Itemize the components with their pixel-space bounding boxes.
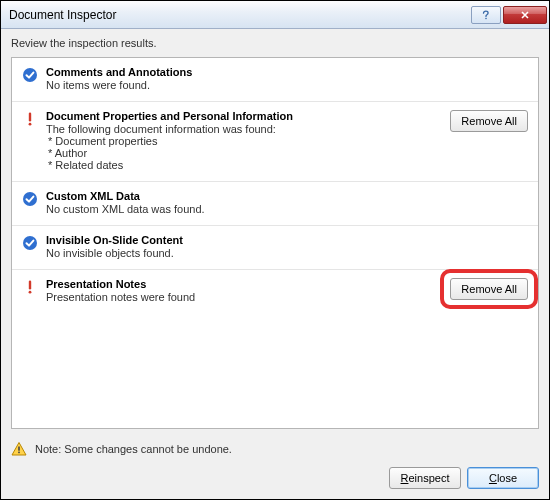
svg-rect-8 — [18, 447, 20, 451]
section-body: Comments and AnnotationsNo items were fo… — [46, 66, 528, 91]
result-section: Presentation NotesPresentation notes wer… — [12, 270, 538, 313]
svg-point-7 — [29, 291, 32, 294]
instruction-text: Review the inspection results. — [1, 29, 549, 53]
close-button[interactable]: Close — [467, 467, 539, 489]
exclamation-icon — [22, 279, 38, 295]
section-detail: * Author — [46, 147, 440, 159]
section-description: The following document information was f… — [46, 123, 440, 135]
results-list: Comments and AnnotationsNo items were fo… — [11, 57, 539, 429]
dialog-footer: Note: Some changes cannot be undone. Rei… — [1, 435, 549, 499]
svg-rect-9 — [18, 452, 20, 454]
help-icon — [481, 10, 491, 20]
document-inspector-dialog: Document Inspector Review the inspection… — [0, 0, 550, 500]
result-section: Custom XML DataNo custom XML data was fo… — [12, 182, 538, 226]
section-body: Document Properties and Personal Informa… — [46, 110, 440, 171]
check-circle-icon — [22, 67, 38, 83]
status-ok-icon — [22, 191, 38, 207]
result-section: Comments and AnnotationsNo items were fo… — [12, 58, 538, 102]
reinspect-label-rest: einspect — [408, 472, 449, 484]
result-section: Document Properties and Personal Informa… — [12, 102, 538, 182]
svg-rect-6 — [29, 281, 31, 290]
result-section: Invisible On-Slide ContentNo invisible o… — [12, 226, 538, 270]
section-title: Presentation Notes — [46, 278, 440, 290]
check-circle-icon — [22, 235, 38, 251]
titlebar: Document Inspector — [1, 1, 549, 29]
section-action: Remove All — [450, 278, 528, 300]
exclamation-icon — [22, 111, 38, 127]
section-title: Custom XML Data — [46, 190, 528, 202]
section-action: Remove All — [450, 110, 528, 132]
window-close-button[interactable] — [503, 6, 547, 24]
window-title: Document Inspector — [9, 8, 469, 22]
status-warning-icon — [22, 111, 38, 127]
section-body: Presentation NotesPresentation notes wer… — [46, 278, 440, 303]
svg-point-0 — [485, 17, 487, 19]
section-body: Custom XML DataNo custom XML data was fo… — [46, 190, 528, 215]
section-description: No items were found. — [46, 79, 528, 91]
check-circle-icon — [22, 191, 38, 207]
section-detail: * Related dates — [46, 159, 440, 171]
reinspect-button[interactable]: Reinspect — [389, 467, 461, 489]
svg-rect-2 — [29, 113, 31, 122]
footer-note: Note: Some changes cannot be undone. — [11, 441, 539, 457]
close-icon — [520, 10, 530, 20]
section-title: Comments and Annotations — [46, 66, 528, 78]
section-detail: * Document properties — [46, 135, 440, 147]
status-ok-icon — [22, 67, 38, 83]
status-warning-icon — [22, 279, 38, 295]
section-description: Presentation notes were found — [46, 291, 440, 303]
footer-note-text: Note: Some changes cannot be undone. — [35, 443, 232, 455]
footer-buttons: Reinspect Close — [11, 467, 539, 489]
close-label-rest: lose — [497, 472, 517, 484]
section-description: No custom XML data was found. — [46, 203, 528, 215]
remove-all-button[interactable]: Remove All — [450, 278, 528, 300]
warning-triangle-icon — [11, 441, 27, 457]
svg-point-3 — [29, 123, 32, 126]
section-description: No invisible objects found. — [46, 247, 528, 259]
section-title: Document Properties and Personal Informa… — [46, 110, 440, 122]
status-ok-icon — [22, 235, 38, 251]
section-body: Invisible On-Slide ContentNo invisible o… — [46, 234, 528, 259]
section-title: Invisible On-Slide Content — [46, 234, 528, 246]
help-button[interactable] — [471, 6, 501, 24]
remove-all-button[interactable]: Remove All — [450, 110, 528, 132]
